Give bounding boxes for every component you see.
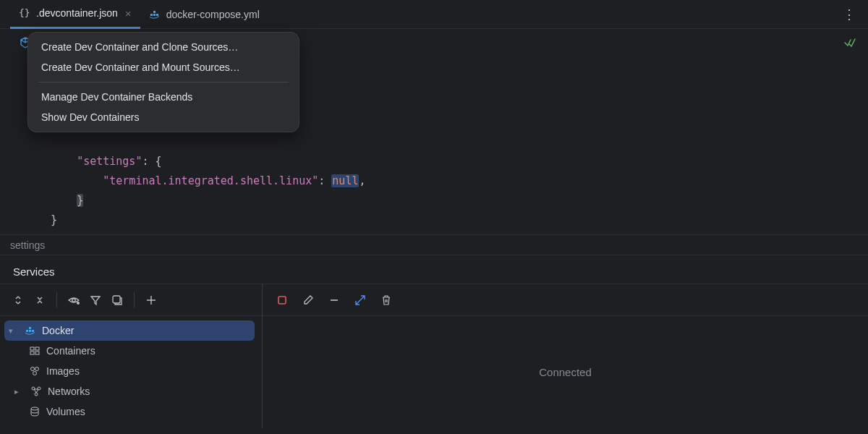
svg-point-21 <box>35 393 38 396</box>
tree-row-containers[interactable]: Containers <box>4 341 255 361</box>
services-status-area: Connected <box>263 316 868 428</box>
chevron-down-icon: ▾ <box>9 326 19 336</box>
breadcrumb-segment: settings <box>10 239 45 251</box>
collapse-all-icon[interactable] <box>30 291 49 310</box>
menu-item[interactable]: Create Dev Container and Mount Sources… <box>28 57 299 77</box>
svg-rect-15 <box>35 352 39 354</box>
svg-point-6 <box>77 302 80 305</box>
tree-label: Docker <box>42 325 74 336</box>
minus-icon[interactable] <box>325 291 344 310</box>
images-icon <box>29 365 41 377</box>
tree-label: Volumes <box>46 406 85 417</box>
services-right-toolbar <box>263 284 868 316</box>
edit-icon[interactable] <box>299 291 318 310</box>
tree-label: Containers <box>46 345 95 357</box>
braces-icon: {} <box>19 7 30 19</box>
services-panel-title[interactable]: Services <box>0 255 868 284</box>
menu-separator <box>38 82 289 82</box>
svg-rect-1 <box>150 14 153 16</box>
panel-title-text: Services <box>13 265 55 278</box>
networks-icon <box>30 386 42 397</box>
filter-icon[interactable] <box>86 291 105 310</box>
services-left-toolbar <box>0 284 262 316</box>
svg-rect-7 <box>113 296 120 303</box>
svg-rect-13 <box>35 347 39 350</box>
svg-rect-4 <box>156 14 158 16</box>
stop-icon[interactable] <box>273 291 292 310</box>
svg-point-16 <box>31 367 35 371</box>
tree-row-volumes[interactable]: Volumes <box>4 401 255 422</box>
services-tree-pane: ▾DockerContainersImages▸NetworksVolumes <box>0 284 263 428</box>
chevron-right-icon: ▸ <box>14 387 25 396</box>
tab-devcontainer-json[interactable]: {} .devcontainer.json × <box>10 0 140 29</box>
services-tree: ▾DockerContainersImages▸NetworksVolumes <box>0 316 262 426</box>
breadcrumb[interactable]: settings <box>0 234 868 255</box>
svg-point-17 <box>35 367 39 371</box>
show-icon[interactable] <box>64 291 83 310</box>
group-icon[interactable] <box>108 291 127 310</box>
svg-rect-10 <box>29 327 31 329</box>
containers-icon <box>29 345 41 357</box>
volumes-icon <box>29 406 41 417</box>
delete-icon[interactable] <box>377 291 396 310</box>
menu-item[interactable]: Show Dev Containers <box>28 107 299 127</box>
services-panel-body: ▾DockerContainersImages▸NetworksVolumes … <box>0 284 868 428</box>
svg-rect-2 <box>153 14 156 16</box>
tree-label: Networks <box>48 386 90 397</box>
tab-label: docker-compose.yml <box>166 9 260 20</box>
tab-label: .devcontainer.json <box>36 7 118 19</box>
svg-rect-12 <box>30 347 34 350</box>
docker-icon <box>25 325 36 336</box>
toolbar-separator <box>134 292 135 308</box>
editor-area[interactable]: { ompose.yml", , "settings": { "terminal… <box>0 29 868 234</box>
svg-point-5 <box>72 298 75 301</box>
svg-rect-23 <box>278 297 286 304</box>
docker-icon <box>149 9 161 20</box>
svg-rect-9 <box>29 330 31 332</box>
svg-rect-8 <box>26 330 28 332</box>
tree-label: Images <box>46 365 80 377</box>
add-service-icon[interactable] <box>142 291 161 310</box>
tree-row-images[interactable]: Images <box>4 361 255 381</box>
services-detail-pane: Connected <box>263 284 868 428</box>
tab-docker-compose-yml[interactable]: docker-compose.yml <box>140 0 268 29</box>
expand-all-icon[interactable] <box>9 291 27 310</box>
validation-ok-icon[interactable] <box>843 36 856 49</box>
tree-row-networks[interactable]: ▸Networks <box>4 381 255 401</box>
tab-options-kebab-icon[interactable]: ⋮ <box>843 0 856 29</box>
svg-rect-3 <box>153 11 156 13</box>
svg-rect-11 <box>32 330 34 332</box>
svg-point-22 <box>31 407 38 410</box>
tree-row-docker[interactable]: ▾Docker <box>4 320 255 341</box>
services-status-text: Connected <box>539 366 592 378</box>
devcontainer-context-menu: Create Dev Container and Clone Sources…C… <box>27 32 299 132</box>
expand-fullscreen-icon[interactable] <box>351 291 370 310</box>
editor-tab-bar: {} .devcontainer.json × docker-compose.y… <box>0 0 868 29</box>
close-tab-icon[interactable]: × <box>125 7 132 20</box>
menu-item[interactable]: Create Dev Container and Clone Sources… <box>28 37 299 57</box>
svg-text:{}: {} <box>19 7 30 18</box>
menu-item[interactable]: Manage Dev Container Backends <box>28 87 299 107</box>
svg-rect-14 <box>30 352 34 354</box>
svg-point-18 <box>33 372 37 375</box>
toolbar-separator <box>56 292 57 308</box>
